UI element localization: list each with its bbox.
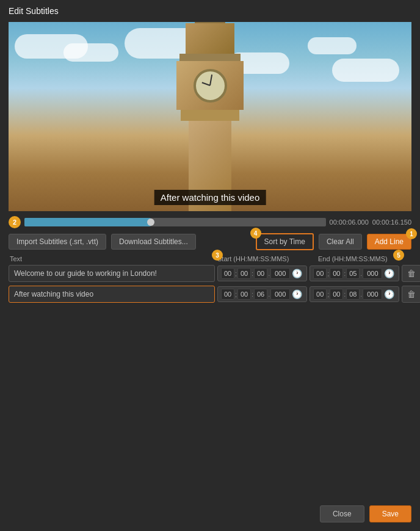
timeline-row: 2 00:00:06.000 00:00:16.150 [9,216,411,228]
annotation-badge-4: 4 [250,228,261,239]
toolbar-row: Import Subtitles (.srt, .vtt) Download S… [9,233,411,250]
tower-ledge1 [181,110,239,121]
end-ss-1[interactable] [346,268,360,279]
cloud-6 [332,59,399,82]
start-time-group-2: ; : . 🕐 [217,286,307,302]
start-clock-btn-1[interactable]: 🕐 [291,269,303,278]
annotation-badge-5: 5 [393,250,404,261]
time-end-display: 00:00:16.150 [372,219,411,226]
clock-face [194,69,227,103]
delete-row-1-button[interactable]: 🗑 [402,265,420,282]
footer: Close Save [9,499,411,522]
annotation-badge-1: 1 [406,228,417,239]
clock-hand-2 [202,82,211,86]
clear-all-button[interactable]: Clear All [319,234,362,250]
column-headers: Text Start (HH:MM:SS:MMS) 3 End (HH:MM:S… [9,255,411,262]
delete-row-2-button[interactable]: 🗑 [402,286,420,303]
subtitle-text-input-1[interactable] [9,265,215,282]
clock-section [176,61,244,110]
start-ms-1[interactable] [270,268,290,279]
add-line-button-wrapper: Add Line 1 [367,234,411,250]
annotation-badge-2: 2 [9,216,21,228]
start-mm-2[interactable] [237,289,251,300]
end-clock-btn-1[interactable]: 🕐 [383,269,396,278]
subtitle-overlay: After watching this video [154,190,266,205]
timeline-progress [24,218,151,226]
end-mm-2[interactable] [330,289,343,300]
spire-base [195,22,225,23]
video-frame: After watching this video [9,22,411,211]
belfry [186,23,234,54]
start-hh-2[interactable] [221,289,234,300]
col-header-text: Text [10,255,217,262]
add-line-button[interactable]: Add Line [367,234,411,250]
start-time-group-1: ; : . 🕐 [217,266,307,281]
sort-by-time-button[interactable]: Sort by Time [256,233,314,250]
download-subtitles-button[interactable]: Download Subtitles... [111,234,196,250]
import-subtitles-button[interactable]: Import Subtitles (.srt, .vtt) [9,234,106,250]
window-title: Edit Subtitles [9,6,411,16]
video-preview: After watching this video [9,22,411,211]
save-button[interactable]: Save [369,505,411,522]
subtitle-text-input-2[interactable] [9,286,215,303]
start-clock-btn-2[interactable]: 🕐 [291,289,303,299]
subtitle-row-1: ; : . 🕐 ; : . 🕐 🗑 [9,265,411,282]
close-button[interactable]: Close [320,505,364,522]
start-mm-1[interactable] [237,268,251,279]
end-hh-2[interactable] [313,289,327,300]
end-time-group-1: ; : . 🕐 [310,266,399,281]
cloud-2 [63,43,118,62]
annotation-badge-3: 3 [212,250,223,261]
col-header-start: Start (HH:MM:SS:MMS) 3 [217,255,318,262]
start-ss-1[interactable] [254,268,267,279]
cloud-5 [308,37,357,54]
end-ms-2[interactable] [363,289,382,300]
tower-container [167,22,253,211]
end-mm-1[interactable] [330,268,343,279]
timeline-handle[interactable] [147,219,154,226]
edit-subtitles-window: Edit Subtitles [0,0,420,531]
col-header-end: End (HH:MM:SS:MMS) 5 [318,255,419,262]
clock-hand-1 [209,74,212,85]
sort-button-wrapper: Sort by Time 4 [256,233,314,250]
end-ss-2[interactable] [346,289,360,300]
end-hh-1[interactable] [313,268,327,279]
end-time-group-2: ; : . 🕐 [310,286,399,302]
time-start-display: 00:00:06.000 [330,219,369,226]
start-ms-2[interactable] [270,289,290,300]
timeline-bar[interactable] [24,218,326,226]
end-ms-1[interactable] [363,268,382,279]
subtitle-row-2: ; : . 🕐 ; : . 🕐 🗑 [9,286,411,303]
start-hh-1[interactable] [221,268,234,279]
tower-ledge2 [179,54,241,61]
start-ss-2[interactable] [254,289,267,300]
end-clock-btn-2[interactable]: 🕐 [383,289,396,299]
